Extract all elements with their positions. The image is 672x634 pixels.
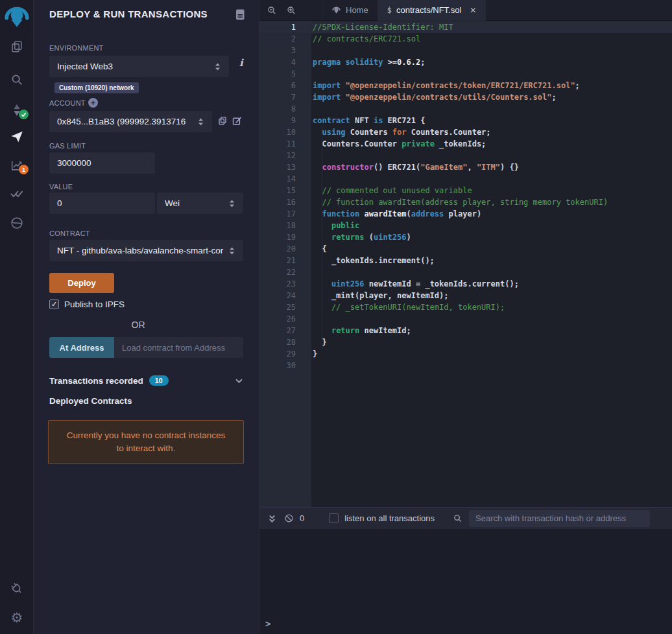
file-explorer-icon[interactable] [8, 38, 25, 55]
publish-ipfs-row: ✓ Publish to IPFS [49, 299, 125, 309]
line-number: 9 [259, 115, 311, 126]
listen-all-checkbox[interactable] [329, 513, 339, 523]
code-text: return newItemId; [311, 325, 411, 336]
indent-guide [322, 126, 322, 348]
sourcify-plugin-icon[interactable] [8, 215, 25, 231]
no-instances-message: Currently you have no contract instances… [66, 429, 226, 456]
remix-ide-window: 1 ⚙ DEPLOY & RUN TRANSACTIONS [0, 0, 672, 634]
value-unit-select[interactable]: Wei [157, 193, 243, 214]
code-line[interactable]: 30 [259, 360, 672, 371]
at-address-button[interactable]: At Address [49, 337, 114, 358]
line-number: 2 [259, 33, 311, 45]
account-select[interactable]: 0x845...B1aB3 (999992.3913716 [49, 111, 212, 132]
code-line[interactable]: 4pragma solidity >=0.6.2; [259, 56, 672, 68]
terminal-toolbar: 0 listen on all transactions [259, 507, 672, 529]
code-line[interactable]: 2// contracts/ERC721.sol [259, 33, 672, 45]
line-number: 22 [259, 266, 311, 278]
code-text [311, 313, 313, 325]
analytics-count-badge: 1 [19, 165, 29, 174]
line-number: 6 [259, 80, 311, 91]
line-number: 13 [259, 161, 311, 173]
code-editor[interactable]: 1//SPDX-License-Identifier: MIT2// contr… [259, 21, 672, 507]
zoom-in-icon[interactable] [282, 0, 301, 21]
solidity-file-icon: $ [387, 6, 392, 15]
settings-gear-icon[interactable]: ⚙ [8, 609, 25, 626]
code-text: pragma solidity >=0.6.2; [311, 56, 425, 68]
copy-account-icon[interactable] [217, 115, 228, 129]
code-line[interactable]: 29} [259, 348, 672, 360]
clear-pending-icon[interactable] [280, 510, 297, 527]
code-text: import "@openzeppelin/contracts/utils/Co… [311, 91, 557, 103]
environment-select[interactable]: Injected Web3 [49, 56, 229, 77]
deploy-button[interactable]: Deploy [49, 273, 114, 293]
line-number: 30 [259, 360, 311, 371]
value-label: VALUE [49, 183, 73, 191]
code-line[interactable]: 6import "@openzeppelin/contracts/token/E… [259, 80, 672, 91]
gas-limit-input[interactable] [49, 152, 155, 174]
code-line[interactable]: 7import "@openzeppelin/contracts/utils/C… [259, 91, 672, 103]
chevron-down-icon[interactable] [235, 375, 243, 386]
account-label: ACCOUNT [49, 99, 86, 107]
value-input[interactable] [49, 193, 155, 214]
tab-nft-sol[interactable]: $ contracts/NFT.sol ✕ [378, 0, 486, 21]
remix-logo-icon[interactable] [4, 4, 30, 30]
line-number: 1 [259, 21, 311, 33]
code-text: // function awardItem(address player, st… [311, 196, 608, 208]
documentation-book-icon[interactable] [235, 9, 245, 23]
transactions-recorded-label: Transactions recorded [49, 376, 143, 386]
plugin-manager-icon[interactable] [8, 580, 25, 597]
close-tab-icon[interactable]: ✕ [470, 6, 476, 15]
code-line[interactable]: 3 [259, 45, 672, 56]
code-text: _mint(player, newItemId); [311, 290, 449, 301]
network-badge: Custom (10920) network [54, 82, 139, 93]
code-text: _tokenIds.increment(); [311, 255, 435, 266]
at-address-input[interactable] [114, 337, 243, 358]
code-text: { [311, 243, 327, 255]
add-account-icon[interactable]: + [88, 98, 98, 108]
code-line[interactable]: 1//SPDX-License-Identifier: MIT [259, 21, 672, 33]
terminal-output[interactable]: > [259, 529, 672, 634]
zoom-out-icon[interactable] [262, 0, 282, 21]
code-text: //SPDX-License-Identifier: MIT [311, 21, 453, 33]
deploy-run-panel: DEPLOY & RUN TRANSACTIONS ENVIRONMENT In… [34, 0, 259, 634]
select-carets-icon [214, 62, 221, 71]
environment-value: Injected Web3 [57, 62, 211, 71]
select-carets-icon [197, 117, 204, 126]
code-line[interactable]: 8 [259, 103, 672, 115]
contract-select[interactable]: NFT - github/ava-labs/avalanche-smart-co… [49, 240, 243, 261]
collapse-terminal-icon[interactable] [263, 510, 280, 527]
code-text: function awardItem(address player) [311, 208, 481, 220]
code-text: using Counters for Counters.Counter; [311, 126, 491, 138]
tab-home-label: Home [346, 5, 368, 15]
code-text [311, 68, 313, 80]
environment-info-icon[interactable]: i [239, 57, 243, 69]
line-number: 24 [259, 290, 311, 301]
select-carets-icon [228, 199, 235, 208]
line-number: 25 [259, 301, 311, 313]
search-plugin-icon[interactable] [8, 71, 25, 88]
code-text: returns (uint256) [311, 231, 411, 243]
code-line[interactable]: 9contract NFT is ERC721 { [259, 115, 672, 126]
code-line[interactable]: 5 [259, 68, 672, 80]
line-number: 20 [259, 243, 311, 255]
line-number: 21 [259, 255, 311, 266]
terminal-search-input[interactable] [469, 510, 650, 527]
code-text: } [311, 348, 317, 360]
code-text: } [311, 336, 327, 348]
publish-ipfs-checkbox[interactable]: ✓ [49, 299, 59, 309]
pending-tx-count: 0 [300, 513, 304, 523]
sign-message-edit-icon[interactable] [232, 115, 243, 129]
unit-testing-icon[interactable] [8, 185, 25, 202]
line-number: 17 [259, 208, 311, 220]
contract-label: CONTRACT [49, 229, 90, 237]
line-number: 5 [259, 68, 311, 80]
line-number: 14 [259, 173, 311, 185]
transactions-recorded-row[interactable]: Transactions recorded 10 [49, 375, 243, 386]
deploy-run-icon[interactable] [8, 128, 25, 145]
tab-home[interactable]: Home [322, 0, 378, 21]
code-text: Counters.Counter private _tokenIds; [311, 138, 486, 150]
code-text [311, 266, 313, 278]
code-text: import "@openzeppelin/contracts/token/ER… [311, 80, 580, 91]
line-number: 8 [259, 103, 311, 115]
line-number: 19 [259, 231, 311, 243]
